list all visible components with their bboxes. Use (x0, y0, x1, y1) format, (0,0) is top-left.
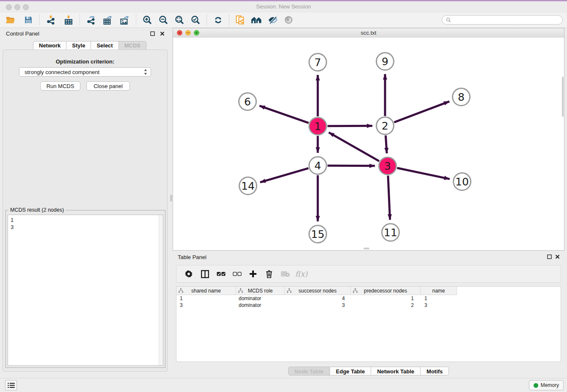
control-panel-float-button[interactable] (150, 31, 155, 36)
refresh-icon (214, 16, 223, 25)
edge-3-11[interactable] (388, 176, 390, 220)
close-icon (555, 254, 560, 259)
tab-network-table[interactable]: Network Table (371, 367, 421, 375)
save-session-button[interactable] (20, 13, 36, 27)
checked-boxes-icon (217, 272, 226, 276)
node-3[interactable]: 3 (379, 157, 396, 175)
node-1[interactable]: 1 (309, 118, 327, 135)
tab-node-table[interactable]: Node Table (288, 367, 330, 375)
edge-4-3[interactable] (328, 166, 375, 166)
node-8[interactable]: 8 (453, 88, 470, 106)
search-input[interactable] (454, 17, 559, 24)
tab-network[interactable]: Network (33, 41, 66, 50)
node-2[interactable]: 2 (377, 117, 394, 135)
edge-3-1[interactable] (329, 133, 379, 161)
table-cell[interactable]: 1 (421, 295, 457, 301)
tab-style[interactable]: Style (66, 41, 91, 50)
edge-4-14[interactable] (260, 168, 308, 182)
table-cell[interactable]: 3 (285, 302, 351, 308)
node-11[interactable]: 11 (382, 224, 399, 241)
export-table-button[interactable] (100, 13, 116, 27)
panel-splitter-handle[interactable] (170, 195, 172, 202)
node-7[interactable]: 7 (309, 54, 327, 71)
show-columns-button[interactable] (197, 270, 213, 278)
table-cell[interactable]: 1 (176, 295, 236, 301)
trash-icon (266, 270, 272, 278)
show-all-button[interactable] (281, 13, 297, 27)
tab-select[interactable]: Select (91, 41, 118, 50)
import-network-icon (46, 15, 55, 25)
function-builder-button[interactable]: f(x) (293, 270, 309, 278)
import-network-button[interactable] (43, 13, 59, 27)
tab-motifs[interactable]: Motifs (421, 367, 449, 375)
plus-icon (249, 270, 257, 278)
table-cell[interactable]: 3 (421, 302, 457, 308)
toolbar-separator (136, 14, 136, 25)
table-cell[interactable]: 2 (351, 302, 421, 308)
node-14[interactable]: 14 (239, 177, 257, 195)
node-9[interactable]: 9 (377, 53, 394, 70)
hide-selected-button[interactable] (264, 13, 281, 27)
zoom-in-button[interactable] (139, 13, 155, 27)
export-network-button[interactable] (83, 13, 99, 27)
column-header-predecessor-nodes[interactable]: predecessor nodes (351, 287, 421, 295)
result-scrollbar[interactable] (159, 215, 163, 365)
network-window-titlebar[interactable]: scc.txt (173, 28, 564, 38)
refresh-network-button[interactable] (210, 13, 226, 27)
table-panel-float-button[interactable] (547, 254, 552, 259)
control-panel-close-button[interactable] (160, 31, 165, 36)
edge-2-8[interactable] (394, 102, 449, 122)
node-table[interactable]: shared nameMCDS rolesuccessor nodesprede… (176, 286, 561, 362)
table-cell[interactable]: 1 (351, 295, 421, 301)
network-canvas[interactable]: 7968124314101511 (173, 38, 564, 250)
zoom-selected-button[interactable] (187, 13, 204, 27)
svg-text:15: 15 (311, 228, 325, 240)
create-column-button[interactable] (245, 270, 261, 278)
open-session-button[interactable] (3, 13, 19, 27)
zoom-fit-button[interactable] (171, 13, 187, 27)
table-row[interactable]: 1dominator411 (176, 295, 561, 302)
criterion-select[interactable]: strongly connected component (19, 67, 151, 77)
deselect-all-rows-button[interactable] (229, 272, 245, 276)
table-panel-close-button[interactable] (555, 254, 560, 259)
svg-text:6: 6 (244, 96, 251, 108)
column-header-successor-nodes[interactable]: successor nodes (285, 287, 351, 295)
import-table-button[interactable] (61, 13, 77, 27)
edge-1-2[interactable] (328, 126, 372, 126)
network-vertical-scrollthumb[interactable] (562, 77, 564, 117)
run-mcds-button[interactable]: Run MCDS (40, 81, 80, 91)
table-settings-button[interactable] (181, 270, 197, 278)
table-cell[interactable]: dominator (236, 295, 285, 301)
clone-network-button[interactable] (232, 13, 248, 27)
table-row[interactable]: 3dominator323 (176, 302, 561, 309)
delete-column-button[interactable] (261, 270, 277, 278)
tab-edge-table[interactable]: Edge Table (330, 367, 371, 375)
edge-2-3[interactable] (385, 135, 387, 153)
edge-1-6[interactable] (259, 106, 308, 123)
home-button[interactable] (248, 13, 264, 27)
tab-mcds[interactable]: MCDS (119, 41, 146, 50)
network-horizontal-scrollthumb[interactable] (363, 248, 369, 249)
node-4[interactable]: 4 (309, 157, 327, 174)
zoom-out-button[interactable] (155, 13, 171, 27)
memory-button[interactable]: Memory (529, 380, 564, 390)
close-panel-button[interactable]: Close panel (86, 81, 130, 91)
task-history-button[interactable] (5, 380, 17, 390)
column-header-name[interactable]: name (421, 287, 457, 295)
export-image-button[interactable] (117, 13, 133, 27)
node-15[interactable]: 15 (309, 226, 327, 243)
column-header-shared-name[interactable]: shared name (176, 287, 236, 295)
mcds-result-area[interactable]: 1 3 (8, 215, 163, 366)
node-6[interactable]: 6 (239, 93, 256, 110)
delete-table-button[interactable] (277, 271, 293, 277)
column-header-MCDS-role[interactable]: MCDS role (236, 287, 285, 295)
select-all-rows-button[interactable] (213, 272, 229, 276)
edge-3-10[interactable] (397, 168, 450, 179)
node-10[interactable]: 10 (454, 173, 471, 190)
table-cell[interactable]: 3 (176, 302, 236, 308)
table-cell[interactable]: 4 (285, 295, 351, 301)
network-graph: 7968124314101511 (173, 38, 564, 250)
search-box[interactable] (442, 15, 563, 25)
import-table-icon (64, 15, 73, 25)
table-cell[interactable]: dominator (236, 302, 285, 308)
